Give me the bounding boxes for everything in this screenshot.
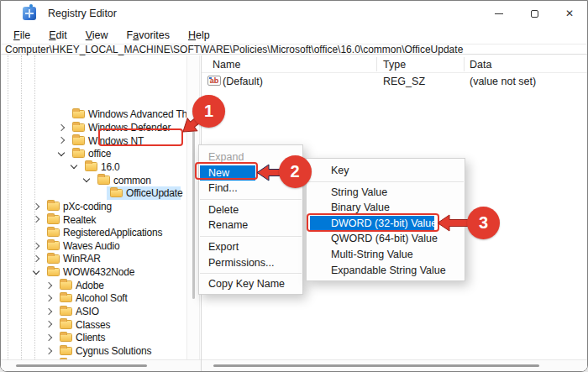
chevron-right-icon[interactable]	[45, 321, 52, 327]
tree-item-label: Windows Advanced Threa	[88, 108, 186, 120]
minimize-icon	[495, 13, 503, 14]
column-separator[interactable]	[464, 57, 465, 71]
value-type-cell: REG_SZ	[383, 76, 425, 87]
folder-icon	[47, 254, 60, 264]
menu-item-string-value[interactable]: String Value	[307, 185, 465, 201]
tree-item-common[interactable]: common	[1, 174, 186, 187]
menu-item-label: Copy Key Name	[208, 278, 285, 290]
tree-item-winrar[interactable]: WinRAR	[1, 252, 186, 265]
menu-item-label: Binary Value	[331, 202, 390, 213]
chevron-right-icon[interactable]	[33, 242, 39, 249]
tree-item-alcohol-soft[interactable]: Alcohol Soft	[1, 291, 186, 305]
folder-icon	[60, 347, 72, 356]
list-horizontal-scrollbar[interactable]	[202, 359, 587, 371]
chevron-right-icon[interactable]	[58, 137, 65, 144]
menu-item-copy-key-name[interactable]: Copy Key Name	[199, 276, 302, 292]
tree-item-asio[interactable]: ASIO	[1, 305, 186, 318]
tree-item-wow6432node[interactable]: WOW6432Node	[1, 265, 186, 279]
chevron-down-icon[interactable]	[71, 162, 77, 169]
chevron-right-icon[interactable]	[33, 202, 39, 209]
tree-item-16-0[interactable]: 16.0	[1, 160, 186, 174]
menubar-item-view[interactable]: View	[76, 29, 118, 41]
scrollbar-thumb[interactable]	[213, 364, 539, 367]
menubar-item-help[interactable]: Help	[179, 29, 219, 41]
folder-icon	[60, 333, 72, 343]
menu-item-label: Delete	[208, 204, 239, 216]
menu-item-label: Expand	[208, 151, 244, 163]
scrollbar-thumb[interactable]	[16, 364, 147, 367]
menu-item-label: QWORD (64-bit) Value	[331, 233, 438, 244]
tree-item-label: common	[113, 175, 151, 186]
table-row[interactable]: (Default)REG_SZ(value not set)	[202, 74, 587, 88]
menubar-item-edit[interactable]: Edit	[39, 29, 76, 41]
folder-icon	[60, 307, 72, 317]
folder-icon	[85, 162, 97, 171]
chevron-right-icon[interactable]	[33, 255, 39, 262]
tree-item-classes[interactable]: Classes	[1, 318, 186, 332]
tree-item-registeredapplications[interactable]: RegisteredApplications	[1, 226, 186, 239]
menu-item-delete[interactable]: Delete	[199, 202, 302, 218]
menu-item-multi-string-value[interactable]: Multi-String Value	[307, 247, 465, 263]
folder-icon	[47, 202, 60, 211]
value-data-cell: (value not set)	[470, 76, 536, 87]
tree-item-realtek[interactable]: Realtek	[1, 213, 186, 227]
chevron-down-icon[interactable]	[58, 149, 65, 156]
menu-item-label: Export	[208, 241, 239, 253]
chevron-right-icon[interactable]	[58, 123, 65, 130]
scrollbar-thumb[interactable]	[192, 131, 195, 299]
tree-item-clients[interactable]: Clients	[1, 331, 186, 344]
chevron-right-icon[interactable]	[45, 348, 52, 354]
menu-item-expandable-string-value[interactable]: Expandable String Value	[307, 263, 465, 279]
registry-editor-window: Registry Editor ✕ FileEditViewFavoritesH…	[0, 0, 588, 372]
maximize-icon	[531, 10, 538, 18]
chevron-right-icon[interactable]	[45, 334, 52, 341]
column-header-name[interactable]: Name	[213, 59, 240, 71]
tree-item-windows-advanced-threa[interactable]: Windows Advanced Threa	[1, 107, 186, 121]
folder-icon	[47, 268, 60, 277]
menu-item-permissions[interactable]: Permissions...	[199, 255, 302, 271]
chevron-down-icon[interactable]	[83, 176, 90, 182]
value-name-cell: (Default)	[223, 76, 263, 87]
menu-item-rename[interactable]: Rename	[199, 217, 302, 233]
tree-item-label: office	[88, 148, 111, 160]
tree-item-pxc-coding[interactable]: pXc-coding	[1, 200, 186, 213]
menubar-item-favorites[interactable]: Favorites	[118, 29, 179, 41]
tree-item-label: RegisteredApplications	[63, 227, 162, 238]
chevron-down-icon[interactable]	[33, 267, 39, 274]
folder-icon	[60, 294, 72, 303]
menu-item-label: String Value	[331, 186, 387, 198]
column-header-data[interactable]: Data	[470, 59, 491, 71]
tree-item-waves-audio[interactable]: Waves Audio	[1, 239, 186, 253]
folder-icon	[110, 189, 123, 198]
chevron-right-icon[interactable]	[33, 216, 39, 223]
tree-item-officeupdate[interactable]: OfficeUpdate	[1, 186, 186, 200]
chevron-right-icon[interactable]	[45, 295, 52, 301]
folder-icon	[72, 110, 85, 119]
folder-icon	[47, 228, 60, 238]
menu-bar: FileEditViewFavoritesHelp	[1, 26, 587, 44]
tree-item-label: OfficeUpdate	[126, 187, 182, 199]
maximize-button[interactable]	[517, 1, 552, 26]
column-separator[interactable]	[376, 57, 377, 71]
address-bar[interactable]: Computer\HKEY_LOCAL_MACHINE\SOFTWARE\Pol…	[1, 44, 587, 55]
chevron-right-icon[interactable]	[45, 308, 52, 315]
menu-item-export[interactable]: Export	[199, 239, 302, 255]
window-controls: ✕	[481, 1, 587, 26]
menu-item-label: Find...	[208, 182, 238, 194]
chevron-right-icon[interactable]	[45, 281, 52, 288]
tree-item-label: Classes	[76, 319, 110, 331]
tree-item-adobe[interactable]: Adobe	[1, 279, 186, 292]
tree-horizontal-scrollbar[interactable]	[1, 359, 201, 371]
registry-editor-icon	[23, 7, 36, 20]
menu-item-key[interactable]: Key	[307, 163, 465, 179]
menubar-item-file[interactable]: File	[4, 29, 39, 41]
step-3-balloon: 3	[467, 207, 500, 239]
menu-separator	[200, 199, 302, 200]
minimize-button[interactable]	[481, 1, 517, 26]
tree-item-cygnus-solutions[interactable]: Cygnus Solutions	[1, 344, 186, 358]
folder-icon	[60, 280, 72, 290]
column-header-type[interactable]: Type	[383, 59, 406, 71]
close-button[interactable]: ✕	[552, 1, 587, 26]
menu-item-qword-64-bit-value[interactable]: QWORD (64-bit) Value	[307, 231, 465, 247]
tree-item-office[interactable]: office	[1, 147, 186, 160]
